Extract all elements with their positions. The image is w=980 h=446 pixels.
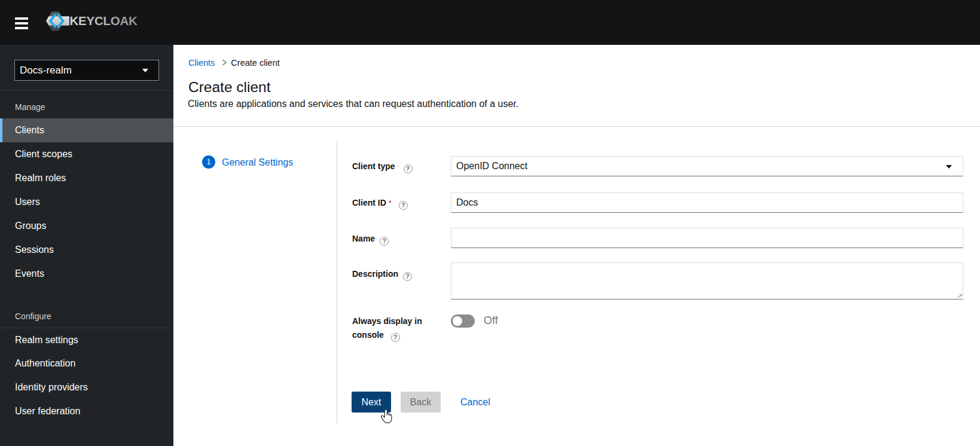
svg-text:KEYCLOAK: KEYCLOAK [70,14,138,28]
